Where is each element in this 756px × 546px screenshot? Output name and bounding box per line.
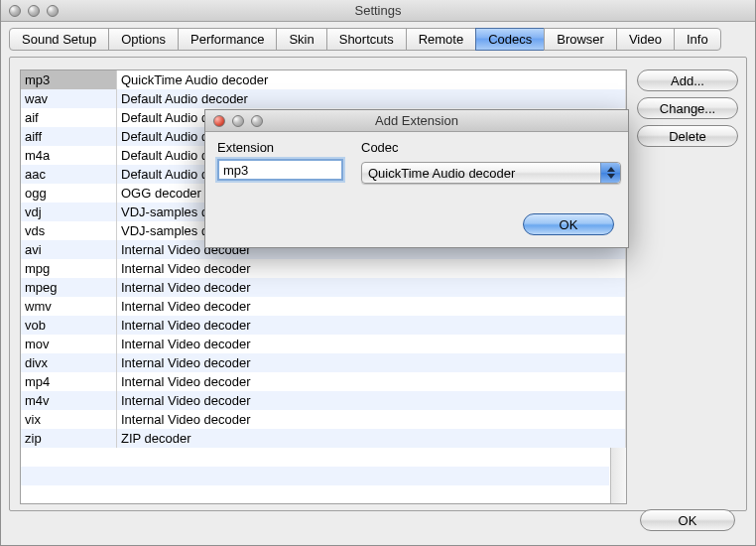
cell-codec: Internal Video decoder [117, 410, 626, 429]
cell-codec: Internal Video decoder [117, 316, 626, 335]
tab-options[interactable]: Options [108, 28, 179, 51]
cell-extension: wav [21, 89, 117, 108]
delete-button[interactable]: Delete [637, 125, 738, 147]
cell-codec: Internal Video decoder [117, 391, 626, 410]
extension-input[interactable] [217, 159, 343, 181]
tab-skin[interactable]: Skin [276, 28, 326, 51]
tab-codecs[interactable]: Codecs [475, 28, 545, 51]
add-button[interactable]: Add... [637, 69, 738, 91]
cell-codec: Default Audio decoder [117, 89, 626, 108]
extension-label: Extension [217, 140, 361, 155]
table-row[interactable]: divxInternal Video decoder [21, 353, 626, 372]
tab-info[interactable]: Info [674, 28, 721, 51]
table-row[interactable]: wmvInternal Video decoder [21, 297, 626, 316]
tab-sound-setup[interactable]: Sound Setup [9, 28, 109, 51]
select-arrows-icon [600, 163, 620, 183]
dialog-titlebar: Add Extension [205, 110, 628, 132]
table-row[interactable]: zipZIP decoder [21, 429, 626, 448]
tab-performance[interactable]: Performance [178, 28, 277, 51]
change-button[interactable]: Change... [637, 97, 738, 119]
cell-codec: Internal Video decoder [117, 353, 626, 372]
cell-codec: Internal Video decoder [117, 335, 626, 353]
cell-extension: mp4 [21, 372, 117, 391]
tab-video[interactable]: Video [616, 28, 675, 51]
cell-extension: vob [21, 316, 117, 335]
cell-codec: Internal Video decoder [117, 278, 626, 297]
table-row[interactable]: mpegInternal Video decoder [21, 278, 626, 297]
cell-extension: mpg [21, 259, 117, 278]
cell-extension: mp3 [21, 70, 117, 89]
tab-browser[interactable]: Browser [544, 28, 617, 51]
tab-shortcuts[interactable]: Shortcuts [326, 28, 407, 51]
table-row[interactable]: m4vInternal Video decoder [21, 391, 626, 410]
cell-extension: ogg [21, 184, 117, 203]
cell-extension: aif [21, 108, 117, 127]
dialog-title: Add Extension [205, 113, 628, 128]
cell-extension: avi [21, 240, 117, 259]
codec-select-value: QuickTime Audio decoder [368, 166, 515, 181]
cell-extension: mov [21, 335, 117, 353]
cell-extension: vix [21, 410, 117, 429]
cell-extension: zip [21, 429, 117, 448]
cell-codec: Internal Video decoder [117, 372, 626, 391]
table-row[interactable]: mp3QuickTime Audio decoder [21, 70, 626, 89]
window-titlebar: Settings [1, 0, 755, 22]
cell-codec: Internal Video decoder [117, 297, 626, 316]
cell-extension: aiff [21, 127, 117, 146]
tab-remote[interactable]: Remote [406, 28, 477, 51]
cell-extension: vds [21, 221, 117, 240]
cell-extension: m4a [21, 146, 117, 165]
cell-extension: wmv [21, 297, 117, 316]
dialog-ok-button[interactable]: OK [523, 213, 614, 235]
cell-codec: QuickTime Audio decoder [117, 70, 626, 89]
cell-extension: divx [21, 353, 117, 372]
table-row[interactable]: mpgInternal Video decoder [21, 259, 626, 278]
add-extension-dialog: Add Extension Extension Codec QuickTime … [204, 109, 629, 248]
cell-extension: mpeg [21, 278, 117, 297]
table-row[interactable]: mp4Internal Video decoder [21, 372, 626, 391]
cell-extension: aac [21, 165, 117, 184]
cell-codec: Internal Video decoder [117, 259, 626, 278]
table-row[interactable]: vobInternal Video decoder [21, 316, 626, 335]
ok-button[interactable]: OK [640, 509, 735, 531]
table-row[interactable]: wavDefault Audio decoder [21, 89, 626, 108]
table-row[interactable]: vixInternal Video decoder [21, 410, 626, 429]
side-buttons: Add... Change... Delete [637, 69, 738, 153]
cell-extension: vdj [21, 203, 117, 221]
cell-extension: m4v [21, 391, 117, 410]
codec-select[interactable]: QuickTime Audio decoder [361, 162, 621, 184]
table-row[interactable]: movInternal Video decoder [21, 335, 626, 353]
window-title: Settings [1, 3, 755, 18]
codec-label: Codec [361, 140, 399, 155]
settings-tabs: Sound SetupOptionsPerformanceSkinShortcu… [9, 28, 747, 51]
cell-codec: ZIP decoder [117, 429, 626, 448]
